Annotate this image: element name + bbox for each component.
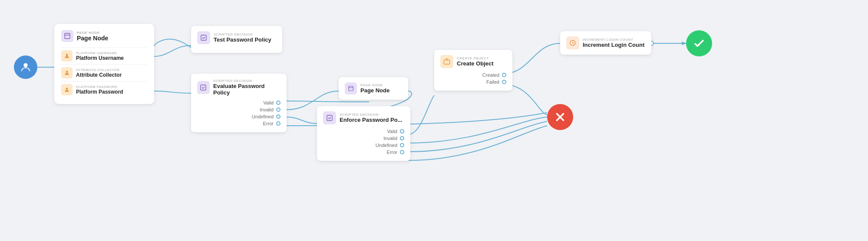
evaluate-error-outcome: Error xyxy=(197,120,281,127)
evaluate-valid-label: Valid xyxy=(263,100,274,105)
evaluate-password-policy-card[interactable]: SCRIPTED DECISION Evaluate Password Poli… xyxy=(191,74,287,132)
enforce-pp-icon xyxy=(323,111,336,124)
attribute-collector-node[interactable]: ATTRIBUTE COLLECTOR Attribute Collector xyxy=(61,64,147,81)
enforce-pp-type: SCRIPTED DECISION xyxy=(340,113,403,117)
evaluate-pp-label: Evaluate Password Policy xyxy=(213,83,281,96)
enforce-error-outcome: Error xyxy=(323,149,404,156)
platform-password-text: PLATFORM PASSWORD Platform Password xyxy=(76,85,123,95)
platform-username-type: PLATFORM USERNAME xyxy=(76,51,124,55)
page-node-label: Page Node xyxy=(77,35,108,42)
svg-rect-4 xyxy=(65,33,70,39)
evaluate-undefined-dot[interactable] xyxy=(276,114,281,119)
increment-type: INCREMENT LOGIN COUNT xyxy=(583,38,644,42)
evaluate-undefined-outcome: Undefined xyxy=(197,113,281,120)
page-node-inline-card[interactable]: PAGE NODE Page Node xyxy=(339,77,408,100)
enforce-undefined-outcome: Undefined xyxy=(323,142,404,149)
evaluate-valid-outcome: Valid xyxy=(197,99,281,106)
evaluate-pp-type: SCRIPTED DECISION xyxy=(213,79,281,83)
test-pp-header: SCRIPTED DECISION Test Password Policy xyxy=(197,31,276,44)
increment-icon xyxy=(566,36,579,49)
platform-password-label: Platform Password xyxy=(76,89,123,95)
increment-text: INCREMENT LOGIN COUNT Increment Login Co… xyxy=(583,38,644,48)
failed-outcome: Failed xyxy=(440,78,506,85)
increment-login-count-card[interactable]: INCREMENT LOGIN COUNT Increment Login Co… xyxy=(560,31,651,55)
attribute-collector-text: ATTRIBUTE COLLECTOR Attribute Collector xyxy=(76,68,122,78)
enforce-error-dot[interactable] xyxy=(400,150,404,154)
created-outcome: Created xyxy=(440,72,506,78)
create-object-icon xyxy=(440,55,453,68)
enforce-valid-outcome: Valid xyxy=(323,128,404,135)
test-pp-label: Test Password Policy xyxy=(214,36,271,43)
test-pp-icon xyxy=(197,31,210,44)
enforce-undefined-dot[interactable] xyxy=(400,143,404,147)
evaluate-pp-header: SCRIPTED DECISION Evaluate Password Poli… xyxy=(197,79,281,96)
enforce-pp-text: SCRIPTED DECISION Enforce Password Po... xyxy=(340,113,403,123)
evaluate-pp-text: SCRIPTED DECISION Evaluate Password Poli… xyxy=(213,79,281,96)
platform-password-icon xyxy=(61,84,73,95)
attribute-collector-icon xyxy=(61,67,73,78)
svg-point-7 xyxy=(66,71,68,73)
fail-node[interactable] xyxy=(547,104,573,130)
svg-point-3 xyxy=(23,63,27,67)
evaluate-valid-dot[interactable] xyxy=(276,101,281,105)
page-node-icon xyxy=(61,30,73,42)
created-label: Created xyxy=(482,72,499,78)
platform-username-text: PLATFORM USERNAME Platform Username xyxy=(76,51,124,61)
evaluate-error-dot[interactable] xyxy=(276,121,281,126)
svg-rect-11 xyxy=(349,86,353,91)
enforce-password-policy-card[interactable]: SCRIPTED DECISION Enforce Password Po...… xyxy=(317,106,410,161)
enforce-undefined-label: Undefined xyxy=(376,143,397,148)
enforce-pp-label: Enforce Password Po... xyxy=(340,117,403,123)
platform-password-node[interactable]: PLATFORM PASSWORD Platform Password xyxy=(61,81,147,98)
test-password-policy-card[interactable]: SCRIPTED DECISION Test Password Policy xyxy=(191,26,282,53)
enforce-valid-label: Valid xyxy=(387,129,397,134)
enforce-valid-dot[interactable] xyxy=(400,129,404,134)
page-node-title-block: PAGE NODE Page Node xyxy=(77,31,108,42)
platform-username-node[interactable]: PLATFORM USERNAME Platform Username xyxy=(61,47,147,64)
pn-inline-type: PAGE NODE xyxy=(360,83,389,87)
evaluate-invalid-label: Invalid xyxy=(260,107,274,112)
failed-dot[interactable] xyxy=(502,80,506,84)
increment-label: Increment Login Count xyxy=(583,42,644,48)
canvas: PAGE NODE Page Node PLATFORM USERNAME Pl… xyxy=(0,0,868,241)
group-header: PAGE NODE Page Node xyxy=(61,30,147,42)
start-node[interactable] xyxy=(14,55,37,79)
create-object-text: CREATE OBJECT Create Object xyxy=(457,56,494,67)
platform-username-label: Platform Username xyxy=(76,55,124,61)
test-pp-type: SCRIPTED DECISION xyxy=(214,33,271,36)
test-pp-text: SCRIPTED DECISION Test Password Policy xyxy=(214,33,271,43)
enforce-error-label: Error xyxy=(387,150,397,155)
enforce-invalid-label: Invalid xyxy=(383,136,397,141)
svg-rect-13 xyxy=(327,115,332,120)
svg-rect-14 xyxy=(444,60,449,64)
svg-point-8 xyxy=(66,88,68,90)
evaluate-error-label: Error xyxy=(263,121,274,126)
page-node-group[interactable]: PAGE NODE Page Node PLATFORM USERNAME Pl… xyxy=(54,24,154,104)
create-object-type: CREATE OBJECT xyxy=(457,56,494,60)
create-object-card[interactable]: CREATE OBJECT Create Object Created Fail… xyxy=(434,50,512,91)
enforce-pp-header: SCRIPTED DECISION Enforce Password Po... xyxy=(323,111,404,124)
increment-header: INCREMENT LOGIN COUNT Increment Login Co… xyxy=(566,36,645,49)
evaluate-invalid-outcome: Invalid xyxy=(197,106,281,113)
success-node[interactable] xyxy=(686,30,712,56)
enforce-invalid-outcome: Invalid xyxy=(323,135,404,142)
platform-username-icon xyxy=(61,50,73,62)
create-object-label: Create Object xyxy=(457,60,494,67)
page-node-type-label: PAGE NODE xyxy=(77,31,108,35)
created-dot[interactable] xyxy=(502,73,506,77)
pn-inline-icon xyxy=(345,82,357,94)
pn-inline-label: Page Node xyxy=(360,87,389,94)
create-object-header: CREATE OBJECT Create Object xyxy=(440,55,506,68)
attribute-collector-label: Attribute Collector xyxy=(76,72,122,78)
platform-password-type: PLATFORM PASSWORD xyxy=(76,85,123,89)
pn-inline-header: PAGE NODE Page Node xyxy=(345,82,402,94)
svg-rect-10 xyxy=(201,85,206,90)
evaluate-undefined-label: Undefined xyxy=(252,114,274,119)
failed-label: Failed xyxy=(486,79,499,85)
evaluate-invalid-dot[interactable] xyxy=(276,107,281,112)
evaluate-pp-icon xyxy=(197,81,210,94)
enforce-invalid-dot[interactable] xyxy=(400,136,404,140)
attribute-collector-type: ATTRIBUTE COLLECTOR xyxy=(76,68,122,72)
svg-rect-9 xyxy=(201,35,206,40)
pn-inline-text: PAGE NODE Page Node xyxy=(360,83,389,94)
